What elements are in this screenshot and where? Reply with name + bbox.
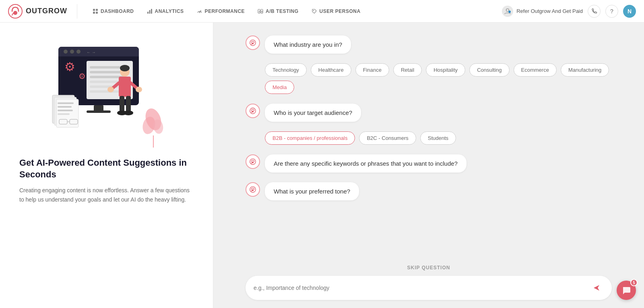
main-layout: ← → ⚙ ⚙ (0, 23, 644, 308)
svg-point-46 (124, 110, 133, 115)
svg-point-42 (136, 87, 142, 92)
bot-icon-2 (246, 104, 260, 118)
chat-widget-button[interactable]: 5 (617, 281, 636, 300)
question-1-row: What industry are you in? (246, 35, 612, 54)
question-2-options: B2B - companies / professionals B2C - Co… (265, 131, 612, 145)
svg-rect-44 (126, 96, 131, 112)
tag-icon (312, 8, 317, 14)
question-4-row: What is your preferred tone? (246, 182, 612, 200)
svg-rect-38 (119, 77, 131, 97)
right-panel: What industry are you in? Technology Hea… (213, 23, 644, 308)
question-2-row: Who is your target audience? (246, 104, 612, 122)
question-2-bubble: Who is your target audience? (265, 104, 361, 122)
chat-input[interactable] (254, 285, 584, 291)
svg-point-41 (107, 87, 114, 92)
nav-analytics[interactable]: ANALYTICS (141, 5, 190, 17)
svg-rect-2 (93, 9, 95, 11)
question-3-bubble: Are there any specific keywords or phras… (265, 154, 466, 173)
svg-text:👤: 👤 (509, 11, 511, 13)
svg-point-15 (313, 10, 314, 10)
svg-rect-30 (90, 71, 122, 73)
grid-icon (93, 8, 98, 14)
option-finance[interactable]: Finance (355, 63, 389, 77)
chat-input-row (246, 276, 612, 300)
gauge-icon (197, 8, 202, 14)
option-b2c[interactable]: B2C - Consumers (359, 131, 416, 145)
svg-point-22 (64, 50, 68, 54)
send-button[interactable] (589, 281, 604, 295)
svg-rect-5 (96, 12, 98, 14)
question-3-row: Are there any specific keywords or phras… (246, 154, 612, 173)
send-icon (593, 284, 600, 291)
phone-button[interactable] (588, 5, 601, 18)
refer-avatar-icon: 👤 (502, 6, 513, 17)
bot-icon-3 (246, 154, 260, 169)
outgrow-logo-icon (8, 4, 23, 19)
nav-ab-testing[interactable]: A B A/B TESTING (252, 5, 304, 17)
svg-rect-3 (96, 9, 98, 11)
svg-point-10 (199, 12, 200, 12)
question-4-bubble: What is your preferred tone? (265, 182, 359, 200)
left-heading: Get AI-Powered Content Suggestions in Se… (19, 157, 194, 180)
logo-area: OUTGROW (8, 4, 77, 19)
nav-items: DASHBOARD ANALYTICS PERFORMANCE A B (87, 5, 502, 17)
option-manufacturing[interactable]: Manufacturing (561, 63, 609, 77)
chat-area: What industry are you in? Technology Hea… (213, 23, 644, 264)
bot-icon-1 (246, 35, 260, 50)
nav-dashboard[interactable]: DASHBOARD (87, 5, 140, 17)
chat-widget-icon (621, 285, 631, 295)
svg-text:← →: ← → (87, 50, 96, 54)
option-ecommerce[interactable]: Ecommerce (514, 63, 557, 77)
bar-chart-icon (147, 8, 153, 14)
svg-point-24 (76, 50, 80, 54)
svg-rect-51 (58, 102, 74, 104)
option-students[interactable]: Students (420, 131, 456, 145)
svg-rect-54 (58, 113, 70, 115)
skip-row: SKIP QUESTION (246, 264, 612, 271)
help-button[interactable]: ? (605, 5, 618, 18)
question-1-options: Technology Healthcare Finance Retail Hos… (265, 63, 612, 94)
brand-name: OUTGROW (26, 7, 67, 15)
svg-rect-7 (149, 10, 150, 14)
svg-rect-43 (120, 96, 124, 112)
svg-point-47 (120, 65, 130, 71)
svg-rect-8 (151, 9, 152, 14)
svg-rect-32 (90, 81, 120, 83)
chat-badge: 5 (630, 279, 638, 286)
nav-performance[interactable]: PERFORMANCE (191, 5, 251, 17)
option-retail[interactable]: Retail (393, 63, 422, 77)
left-panel: ← → ⚙ ⚙ (0, 23, 213, 308)
svg-rect-6 (147, 12, 149, 14)
svg-text:A: A (259, 10, 260, 13)
left-description: Creating engaging content is now effortl… (19, 186, 194, 204)
svg-text:⚙: ⚙ (78, 72, 86, 81)
nav-user-persona[interactable]: USER PERSONA (306, 5, 366, 17)
option-media[interactable]: Media (265, 81, 294, 94)
svg-rect-34 (90, 90, 122, 93)
svg-rect-36 (87, 110, 111, 113)
option-hospitality[interactable]: Hospitality (426, 63, 465, 77)
svg-rect-4 (93, 12, 95, 14)
question-1-bubble: What industry are you in? (265, 35, 351, 54)
user-avatar[interactable]: N (623, 5, 636, 18)
svg-point-23 (70, 50, 74, 54)
bottom-area: SKIP QUESTION (213, 264, 644, 308)
option-technology[interactable]: Technology (265, 63, 307, 77)
skip-question-button[interactable]: SKIP QUESTION (407, 265, 450, 271)
svg-text:⚙: ⚙ (64, 60, 75, 73)
ab-icon: A B (258, 8, 263, 14)
navbar: OUTGROW DASHBOARD ANALYTICS (0, 0, 644, 23)
bot-icon-4 (246, 182, 260, 197)
illustration: ← → ⚙ ⚙ (46, 39, 167, 149)
option-consulting[interactable]: Consulting (469, 63, 509, 77)
svg-rect-52 (58, 106, 72, 108)
option-b2b[interactable]: B2B - companies / professionals (265, 131, 355, 145)
refer-button[interactable]: 👤 Refer Outgrow And Get Paid (502, 6, 583, 17)
svg-rect-53 (58, 110, 73, 111)
svg-text:B: B (261, 10, 263, 13)
nav-right: 👤 Refer Outgrow And Get Paid ? N (502, 5, 636, 18)
option-healthcare[interactable]: Healthcare (311, 63, 351, 77)
